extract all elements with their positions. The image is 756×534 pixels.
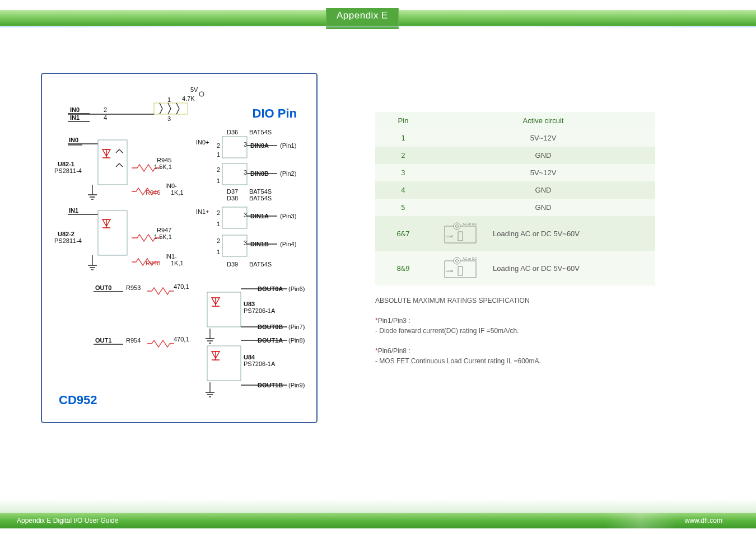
table-row: 8&9 AC or DC xyxy=(375,251,655,285)
table-row: 5 GND xyxy=(375,199,655,216)
header-underline xyxy=(0,26,756,27)
svg-point-42 xyxy=(454,223,460,229)
u83-box xyxy=(207,292,241,327)
cell-pin: 3 xyxy=(375,164,431,181)
d38: D38 xyxy=(227,195,238,202)
r947-label: R947 xyxy=(157,227,171,233)
u83-sub: PS7206-1A xyxy=(244,307,276,314)
svg-text:3: 3 xyxy=(167,115,171,122)
u82-2-sub: PS2811-4 xyxy=(54,237,82,244)
svg-text:2: 2 xyxy=(104,106,107,113)
svg-text:3: 3 xyxy=(244,240,247,246)
pin4: (Pin4) xyxy=(280,241,296,247)
notes-title: ABSOLUTE MAXIMUM RATINGS SPECIFICATION xyxy=(375,296,655,306)
d37: D37 xyxy=(227,188,238,195)
note-1-body: - Diode forward current(DC) rating IF =5… xyxy=(375,327,519,335)
cell-desc: GND xyxy=(431,147,655,164)
table-row: 4 GND xyxy=(375,181,655,199)
label-in0: IN0 xyxy=(70,106,80,113)
in0m: IN0- xyxy=(165,182,177,189)
svg-text:1: 1 xyxy=(217,177,220,184)
label-dio-pin: DIO Pin xyxy=(253,106,297,120)
in1p: IN1+ xyxy=(196,208,209,215)
pin-table: Pin Active circuit 1 5V~12V 2 GND 3 5V~1… xyxy=(375,112,655,285)
footer-left: Appendix E Digital I/O User Guide xyxy=(17,517,118,524)
table-row: 6&7 AC or DC xyxy=(375,216,655,251)
r945-label: R945 xyxy=(157,157,171,163)
pin7: (Pin7) xyxy=(288,324,305,330)
cell-pin: 4 xyxy=(375,181,431,199)
footer-bar: Appendix E Digital I/O User Guide www.df… xyxy=(0,513,756,528)
cell-desc: GND xyxy=(431,181,655,199)
diagram-frame: 5V 4.7K 1 3 IN0 IN1 2 4 DIO Pin IN0 xyxy=(41,73,318,423)
th-active: Active circuit xyxy=(431,112,655,129)
notes-block: ABSOLUTE MAXIMUM RATINGS SPECIFICATION *… xyxy=(375,296,655,366)
in1m: IN1- xyxy=(165,253,177,260)
svg-text:IN0: IN0 xyxy=(69,137,78,143)
footer-right: www.dfi.com xyxy=(685,517,722,524)
note-2: *Pin6/Pin8 : - MOS FET Continuous Load C… xyxy=(375,346,655,366)
svg-text:1: 1 xyxy=(217,249,220,255)
svg-text:AC or DC: AC or DC xyxy=(463,257,477,260)
pin1: (Pin1) xyxy=(280,142,296,149)
svg-text:BAT54S: BAT54S xyxy=(249,195,272,202)
svg-text:BAT54S: BAT54S xyxy=(249,188,272,195)
r953-label: R953 xyxy=(126,284,141,291)
header-spacer xyxy=(0,10,326,26)
svg-text:Load: Load xyxy=(446,269,453,273)
cell-desc-text: Loading AC or DC 5V~60V xyxy=(493,229,580,238)
header-bar: Appendix E xyxy=(0,10,756,26)
label-5v: 5V xyxy=(190,86,198,93)
u82-1-label: U82-1 xyxy=(58,161,74,167)
svg-text:2: 2 xyxy=(217,209,220,216)
svg-rect-57 xyxy=(458,266,463,275)
vcc-circle xyxy=(199,92,204,96)
table-row: 1 5V~12V xyxy=(375,129,655,147)
svg-text:Load: Load xyxy=(446,235,453,238)
svg-point-51 xyxy=(454,257,460,264)
cell-desc-text: Loading AC or DC 5V~60V xyxy=(493,264,580,273)
svg-text:1: 1 xyxy=(217,151,220,158)
svg-text:AC or DC: AC or DC xyxy=(463,222,477,226)
r953-val: 470,1 xyxy=(174,283,189,290)
note-2-head: Pin6/Pin8 : xyxy=(378,347,410,355)
label-cd952: CD952 xyxy=(59,393,97,407)
table-row: 3 5V~12V xyxy=(375,164,655,181)
cell-desc: AC or DC Load Loading AC or DC 5V~60V xyxy=(431,251,655,285)
svg-text:4: 4 xyxy=(104,114,107,121)
svg-text:1: 1 xyxy=(167,96,171,103)
r954-val: 470,1 xyxy=(174,336,189,343)
pin8: (Pin8) xyxy=(288,337,305,344)
cell-pin: 1 xyxy=(375,129,431,147)
r948-val: 1K,1 xyxy=(171,260,184,266)
note-1: *Pin1/Pin3 : - Diode forward current(DC)… xyxy=(375,316,655,336)
cell-desc: 5V~12V xyxy=(431,164,655,181)
footer-gradient xyxy=(0,499,756,513)
cell-pin: 5 xyxy=(375,199,431,216)
content-area: 5V 4.7K 1 3 IN0 IN1 2 4 DIO Pin IN0 xyxy=(0,39,756,489)
u84-box xyxy=(207,346,241,381)
d39: D39 xyxy=(227,261,238,268)
svg-text:2: 2 xyxy=(217,237,220,244)
svg-text:2: 2 xyxy=(217,166,220,173)
d36: D36 xyxy=(227,129,238,135)
pin6: (Pin6) xyxy=(288,285,305,292)
mini-circuit-icon: AC or DC Load xyxy=(442,255,482,281)
svg-text:3: 3 xyxy=(244,141,247,148)
label-4_7k: 4.7K xyxy=(182,95,195,102)
u84-sub: PS7206-1A xyxy=(244,360,276,367)
svg-text:3: 3 xyxy=(244,212,247,218)
out0: OUT0 xyxy=(95,284,111,291)
svg-text:3: 3 xyxy=(244,169,247,176)
r946-val: 1K,1 xyxy=(171,189,184,196)
cell-pin: 6&7 xyxy=(375,216,431,251)
u82-1-sub: PS2811-4 xyxy=(54,167,82,174)
r947-val: 1.5K,1 xyxy=(154,233,172,240)
th-pin: Pin xyxy=(375,112,431,129)
note-2-body: - MOS FET Continuous Load Current rating… xyxy=(375,357,541,365)
out1: OUT1 xyxy=(95,337,111,344)
table-row: 2 GND xyxy=(375,147,655,164)
svg-rect-48 xyxy=(458,232,463,241)
svg-text:2: 2 xyxy=(217,142,220,149)
note-1-head: Pin1/Pin3 : xyxy=(378,317,410,325)
